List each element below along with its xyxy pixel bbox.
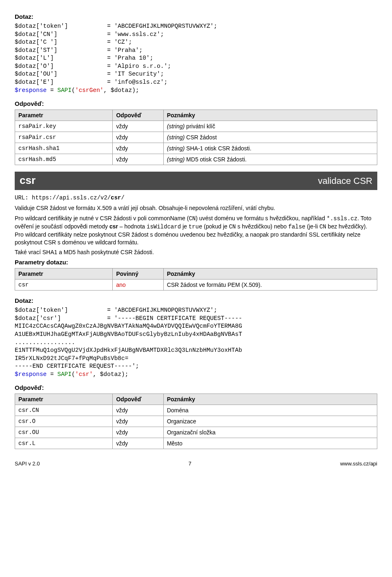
dotaz1-heading: Dotaz: <box>15 13 377 20</box>
table-row: rsaPair.csr vždy (string) CSR žádost <box>15 132 377 143</box>
table-row: csr.O vždy Organizace <box>15 416 377 427</box>
odpoved1-table: Parametr Odpověď Poznámky rsaPair.key vž… <box>15 110 377 165</box>
table-row: csr ano CSR žádost ve formátu PEM (X.509… <box>15 280 377 291</box>
table-row: csr.L vždy Město <box>15 438 377 449</box>
page-footer: SAPI v 2.0 7 www.ssls.cz/api <box>15 461 377 467</box>
table-header-row: Parametr Odpověď Poznámky <box>15 394 377 405</box>
odpoved2-table: Parametr Odpověď Poznámky csr.CN vždy Do… <box>15 394 377 449</box>
footer-page-number: 7 <box>189 461 192 467</box>
method-bar-csr: csr validace CSR <box>15 172 377 190</box>
col-poznamky: Poznámky <box>163 110 377 121</box>
csr-p3: Také vrací SHA1 a MD5 hash poskytnuté CS… <box>15 248 377 256</box>
method-name: csr <box>20 174 36 187</box>
csr-p2: Pro wildcard certifikáty je nutné v CSR … <box>15 215 377 246</box>
col-odpoved: Odpověď <box>113 110 163 121</box>
table-header-row: Parametr Odpověď Poznámky <box>15 110 377 121</box>
dotaz2-heading: Dotaz: <box>15 297 377 304</box>
table-row: rsaPair.key vždy (string) privátní klíč <box>15 121 377 132</box>
footer-right: www.ssls.cz/api <box>340 461 377 467</box>
table-header-row: Parametr Povinný Poznámky <box>15 268 377 280</box>
table-row: csrHash.md5 vždy (string) MD5 otisk CSR … <box>15 154 377 165</box>
params-heading: Parametry dotazu: <box>15 259 377 266</box>
csr-url: URL: https://api.ssls.cz/v2/csr/ <box>15 194 377 202</box>
method-desc: validace CSR <box>318 176 372 186</box>
col-parametr: Parametr <box>15 110 113 121</box>
odpoved1-heading: Odpověď: <box>15 100 377 107</box>
dotaz1-code: $dotaz['token'] = 'ABCDEFGHIJKLMNOPQRSTU… <box>15 22 377 94</box>
footer-left: SAPI v 2.0 <box>15 461 40 467</box>
dotaz2-code: $dotaz['token'] = 'ABCDEFGHIJKLMNOPQRSTU… <box>15 306 377 378</box>
csr-params-table: Parametr Povinný Poznámky csr ano CSR žá… <box>15 268 377 291</box>
csr-p1: Validuje CSR žádost ve formátu X.509 a v… <box>15 204 377 212</box>
table-row: csr.OU vždy Organizační složka <box>15 427 377 438</box>
table-row: csr.CN vždy Doména <box>15 405 377 416</box>
odpoved2-heading: Odpověď: <box>15 384 377 391</box>
table-row: csrHash.sha1 vždy (string) SHA-1 otisk C… <box>15 143 377 154</box>
